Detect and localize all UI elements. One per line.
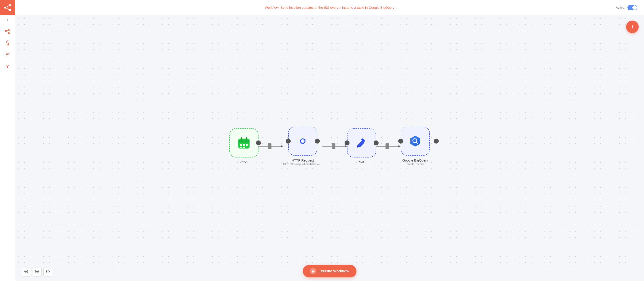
sidebar-item-executions[interactable] <box>3 50 12 60</box>
svg-point-1 <box>9 4 11 6</box>
chevron-right-icon: › <box>7 18 8 22</box>
svg-rect-18 <box>246 137 247 141</box>
svg-line-3 <box>6 6 9 7</box>
svg-line-4 <box>6 8 9 10</box>
cron-node-box[interactable] <box>230 128 258 141</box>
app-logo[interactable] <box>0 0 15 15</box>
sidebar-item-credentials[interactable] <box>3 38 12 48</box>
svg-line-8 <box>7 30 8 31</box>
svg-point-10 <box>7 42 8 42</box>
cron-node-wrapper: Cron <box>230 128 258 141</box>
svg-point-0 <box>4 7 6 9</box>
question-mark-icon: ? <box>6 64 9 69</box>
sidebar-item-workflows[interactable] <box>3 27 12 36</box>
header: Workflow: Send location updates of the I… <box>15 0 322 15</box>
sidebar-toggle-button[interactable]: › <box>0 15 15 24</box>
svg-point-2 <box>9 9 11 11</box>
svg-rect-17 <box>240 137 242 141</box>
workflow-label: Workflow: <box>265 6 280 10</box>
sidebar: › ? <box>0 0 15 141</box>
sidebar-nav: ? <box>3 24 12 141</box>
nodes-row: Cron <box>230 127 322 141</box>
svg-rect-5 <box>5 31 7 32</box>
cron-node[interactable] <box>230 128 258 141</box>
workflow-nodes-area: Cron <box>230 127 322 141</box>
workflow-canvas[interactable]: + <box>15 15 322 141</box>
svg-rect-7 <box>8 32 10 34</box>
svg-rect-6 <box>8 29 10 31</box>
sidebar-item-help[interactable]: ? <box>3 61 12 71</box>
workflow-name[interactable]: Send location updates of the ISS every m… <box>280 6 322 10</box>
http-request-node[interactable] <box>288 127 317 141</box>
svg-rect-15 <box>238 139 250 141</box>
workflow-title: Workflow: Send location updates of the I… <box>265 6 322 10</box>
http-request-node-wrapper: HTTP Request GET: https://api.wheretheis… <box>283 127 322 141</box>
svg-line-9 <box>7 31 8 33</box>
http-request-node-box[interactable] <box>288 127 317 141</box>
